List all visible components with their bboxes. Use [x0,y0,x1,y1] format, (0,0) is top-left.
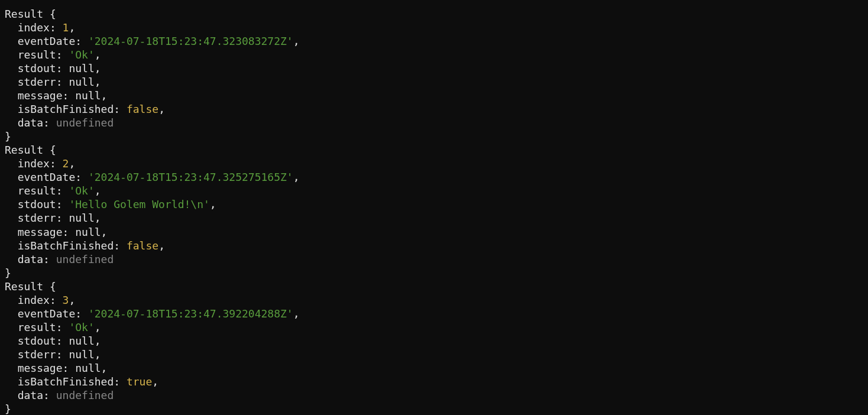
value-stdout: null [69,335,94,347]
field-result: result [18,48,56,61]
result-block: Result { index: 1, eventDate: '2024-07-1… [5,8,300,142]
value-index: 2 [63,157,69,170]
field-data: data [18,116,43,129]
field-isbatchfinished: isBatchFinished [18,103,114,115]
value-result: 'Ok' [69,321,94,333]
field-message: message [18,362,63,374]
field-message: message [18,226,63,238]
field-isbatchfinished: isBatchFinished [18,239,114,252]
field-data: data [18,253,43,265]
field-eventdate: eventDate [18,307,76,320]
value-stdout: null [69,62,94,74]
field-index: index [18,21,50,34]
field-stderr: stderr [18,76,56,88]
field-stdout: stdout [18,62,56,74]
field-index: index [18,294,50,306]
value-index: 3 [63,294,69,306]
field-result: result [18,184,56,197]
value-message: null [75,362,101,374]
value-message: null [75,226,101,238]
field-stdout: stdout [18,335,56,347]
field-data: data [18,389,43,401]
value-message: null [75,89,101,102]
field-eventdate: eventDate [18,171,76,183]
field-message: message [18,89,63,102]
value-index: 1 [63,21,69,34]
value-eventdate: '2024-07-18T15:23:47.392204288Z' [88,307,293,320]
value-eventdate: '2024-07-18T15:23:47.325275165Z' [88,171,293,183]
result-block: Result { index: 3, eventDate: '2024-07-1… [5,280,300,415]
value-eventdate: '2024-07-18T15:23:47.323083272Z' [88,35,293,47]
field-isbatchfinished: isBatchFinished [18,375,114,388]
value-isbatchfinished: true [127,375,152,388]
value-stdout: 'Hello Golem World!\n' [69,198,209,210]
field-stderr: stderr [18,212,56,224]
value-stderr: null [69,212,94,224]
field-stderr: stderr [18,348,56,361]
field-stdout: stdout [18,198,56,210]
type-name: Result [5,8,43,20]
value-stderr: null [69,76,94,88]
value-data: undefined [56,116,114,129]
value-isbatchfinished: false [127,103,158,115]
value-data: undefined [56,253,114,265]
field-eventdate: eventDate [18,35,76,47]
value-isbatchfinished: false [127,239,158,252]
value-result: 'Ok' [69,48,94,61]
value-stderr: null [69,348,94,361]
value-data: undefined [56,389,114,401]
type-name: Result [5,280,43,293]
result-block: Result { index: 2, eventDate: '2024-07-1… [5,144,300,278]
field-index: index [18,157,50,170]
value-result: 'Ok' [69,184,94,197]
field-result: result [18,321,56,333]
console-output: Result { index: 1, eventDate: '2024-07-1… [5,7,863,415]
type-name: Result [5,144,43,156]
